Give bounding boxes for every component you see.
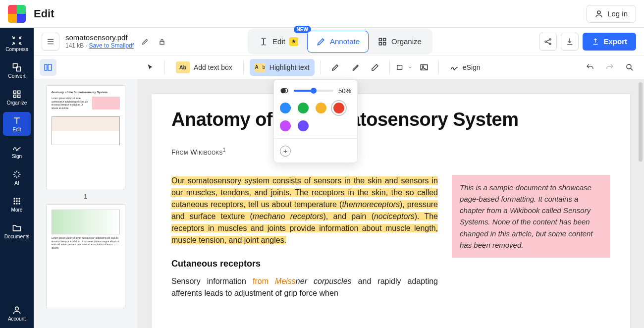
highlight-icon: Ab bbox=[255, 63, 266, 72]
svg-point-30 bbox=[627, 64, 631, 69]
mode-tabs: Edit ★ NEW Annotate Organize bbox=[248, 29, 432, 55]
color-blue[interactable] bbox=[280, 103, 291, 113]
svg-point-13 bbox=[13, 203, 15, 204]
image-tool[interactable] bbox=[416, 59, 432, 76]
svg-point-9 bbox=[18, 198, 20, 199]
color-yellow[interactable] bbox=[316, 103, 326, 113]
svg-point-29 bbox=[422, 66, 424, 67]
cursor-tool[interactable] bbox=[142, 59, 159, 76]
top-bar: Edit Log in bbox=[0, 0, 644, 28]
cursor-icon bbox=[146, 63, 154, 71]
rail-label: Account bbox=[8, 316, 26, 322]
svg-rect-19 bbox=[383, 38, 386, 41]
chevron-down-icon bbox=[408, 65, 412, 70]
rail-edit[interactable]: Edit bbox=[3, 112, 31, 136]
rail-documents[interactable]: Documents bbox=[3, 219, 31, 243]
svg-rect-18 bbox=[379, 38, 381, 41]
svg-point-22 bbox=[545, 41, 546, 42]
doc-title: Anatomy of the Somatosensory System bbox=[171, 109, 610, 130]
rail-label: Documents bbox=[4, 234, 30, 239]
document-viewport[interactable]: Anatomy of the Somatosensory System From… bbox=[138, 79, 644, 328]
apps-icon bbox=[12, 196, 22, 206]
rail-label: Convert bbox=[8, 73, 25, 79]
share-button[interactable] bbox=[539, 33, 557, 51]
rail-label: More bbox=[11, 207, 23, 213]
folder-icon bbox=[12, 223, 22, 233]
save-link[interactable]: Save to Smallpdf bbox=[89, 42, 134, 49]
svg-point-23 bbox=[549, 39, 551, 40]
rail-label: Sign bbox=[12, 154, 22, 159]
search-icon bbox=[625, 63, 634, 72]
lock-button[interactable] bbox=[157, 36, 167, 47]
hamburger-icon bbox=[46, 37, 55, 46]
compress-icon bbox=[12, 36, 22, 46]
edit-name-button[interactable] bbox=[140, 36, 151, 47]
page-thumbnail[interactable]: Lorem ipsum dolor sit amet consectetur a… bbox=[46, 204, 125, 308]
page-thumbnail[interactable]: Anatomy of the Somatosensory System Lore… bbox=[46, 85, 125, 189]
menu-button[interactable] bbox=[42, 33, 59, 51]
mode-annotate[interactable]: Annotate bbox=[307, 31, 369, 53]
side-note: This is a sample document to showcase pa… bbox=[452, 175, 610, 258]
marker-tool[interactable] bbox=[347, 59, 364, 76]
rail-more[interactable]: More bbox=[3, 192, 31, 216]
esign-button[interactable]: eSign bbox=[445, 59, 485, 76]
rail-sign[interactable]: Sign bbox=[3, 139, 31, 163]
download-button[interactable] bbox=[561, 33, 579, 51]
document-page: Anatomy of the Somatosensory System From… bbox=[152, 94, 630, 328]
redo-button[interactable] bbox=[601, 59, 618, 76]
rail-convert[interactable]: Convert bbox=[3, 58, 31, 82]
highlighted-text[interactable]: Our somatosensory system consists of sen… bbox=[171, 176, 438, 244]
color-purple[interactable] bbox=[298, 120, 309, 131]
annotate-toolbar: AbAdd text box AbHighlight text eSign bbox=[34, 55, 644, 79]
search-button[interactable] bbox=[621, 59, 638, 76]
image-icon bbox=[420, 63, 429, 72]
color-pink[interactable] bbox=[280, 120, 291, 131]
mode-label: Annotate bbox=[330, 37, 360, 46]
svg-point-8 bbox=[16, 198, 17, 199]
add-color-button[interactable]: + bbox=[280, 146, 291, 157]
rail-label: Compress bbox=[5, 47, 28, 52]
rail-label: AI bbox=[14, 180, 19, 186]
file-info: somatosensory.pdf 141 kB · Save to Small… bbox=[65, 33, 134, 49]
rail-ai[interactable]: AI bbox=[3, 165, 31, 189]
undo-button[interactable] bbox=[582, 59, 598, 76]
file-bar: somatosensory.pdf 141 kB · Save to Small… bbox=[34, 28, 644, 55]
svg-point-10 bbox=[13, 200, 15, 202]
sign-icon bbox=[12, 143, 22, 153]
add-text-button[interactable]: AbAdd text box bbox=[171, 59, 237, 76]
eraser-icon bbox=[371, 63, 379, 72]
export-label: Export bbox=[603, 37, 627, 46]
svg-rect-27 bbox=[397, 65, 402, 69]
svg-rect-25 bbox=[45, 64, 47, 70]
undo-icon bbox=[586, 63, 594, 72]
rectangle-icon bbox=[396, 63, 404, 72]
eraser-tool[interactable] bbox=[367, 59, 383, 76]
rail-label: Edit bbox=[12, 127, 21, 132]
svg-point-14 bbox=[16, 203, 17, 204]
mode-organize[interactable]: Organize bbox=[369, 31, 430, 53]
thumbnails-toggle[interactable] bbox=[40, 59, 56, 76]
text-icon bbox=[12, 116, 22, 126]
svg-point-12 bbox=[18, 200, 20, 202]
redo-icon bbox=[605, 63, 614, 72]
rail-compress[interactable]: Compress bbox=[3, 32, 31, 55]
mode-edit[interactable]: Edit ★ NEW bbox=[250, 31, 307, 53]
rail-organize[interactable]: Organize bbox=[3, 85, 31, 109]
highlight-button[interactable]: AbHighlight text bbox=[250, 59, 315, 76]
color-red[interactable] bbox=[333, 103, 344, 113]
user-icon bbox=[594, 9, 603, 18]
sparkle-icon bbox=[12, 169, 22, 179]
login-button[interactable]: Log in bbox=[586, 5, 636, 23]
opacity-slider[interactable] bbox=[294, 86, 333, 96]
page-title: Edit bbox=[34, 7, 54, 20]
shape-tool[interactable] bbox=[396, 59, 413, 76]
pencil-icon bbox=[316, 37, 326, 47]
pencil-tool[interactable] bbox=[327, 59, 344, 76]
rail-account[interactable]: Account bbox=[3, 301, 31, 325]
svg-point-15 bbox=[18, 203, 20, 204]
svg-rect-17 bbox=[160, 41, 164, 44]
color-green[interactable] bbox=[298, 103, 309, 113]
svg-rect-4 bbox=[18, 91, 20, 93]
login-label: Log in bbox=[607, 9, 628, 18]
export-button[interactable]: Export bbox=[583, 33, 636, 51]
